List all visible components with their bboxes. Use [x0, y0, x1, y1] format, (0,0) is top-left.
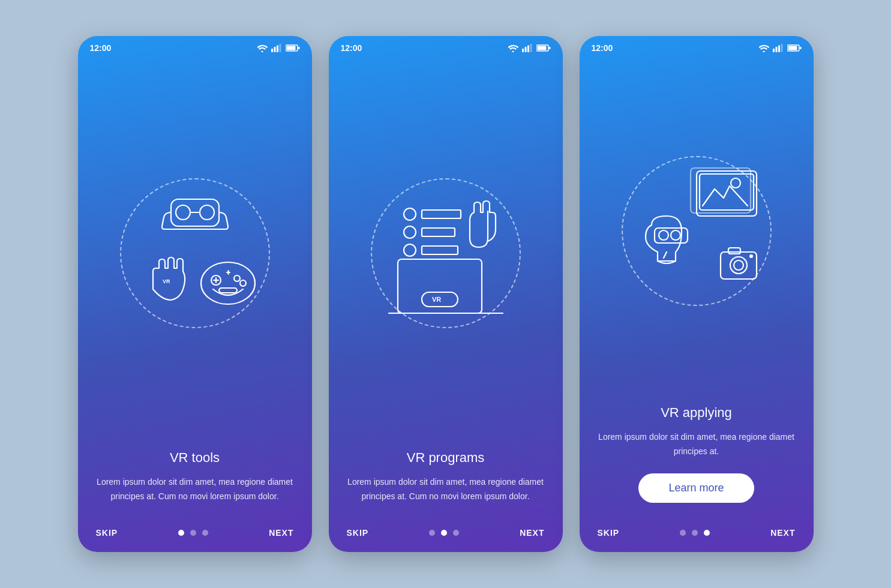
- phone-card-1: 12:00: [78, 36, 312, 552]
- skip-label-3[interactable]: SKIP: [598, 528, 620, 538]
- svg-point-33: [404, 226, 416, 238]
- svg-rect-21: [522, 49, 524, 52]
- svg-rect-36: [422, 228, 455, 236]
- time-2: 12:00: [341, 43, 362, 53]
- svg-point-16: [234, 275, 240, 281]
- dot-3-2[interactable]: [692, 530, 698, 536]
- svg-rect-55: [728, 248, 740, 254]
- screen-title-1: VR tools: [96, 450, 294, 466]
- status-icons-2: [508, 44, 551, 52]
- svg-rect-38: [773, 49, 775, 52]
- content-area-1: VR tools Lorem ipsum dolor sit dim amet,…: [78, 450, 312, 518]
- wifi-icon-2: [508, 44, 518, 52]
- svg-rect-45: [697, 171, 757, 216]
- svg-rect-24: [530, 44, 532, 52]
- skip-label-1[interactable]: SKIP: [96, 528, 118, 538]
- battery-icon: [286, 44, 300, 52]
- content-area-2: VR programs Lorem ipsum dolor sit dim am…: [329, 450, 563, 518]
- next-label-3[interactable]: NEXT: [770, 528, 795, 538]
- dot-1-1[interactable]: [178, 530, 184, 536]
- status-bar-3: 12:00: [580, 36, 814, 56]
- illustration-area-2: VR: [329, 56, 563, 450]
- svg-rect-40: [778, 46, 780, 53]
- svg-point-8: [176, 205, 190, 220]
- svg-rect-0: [271, 49, 273, 52]
- dot-3-3[interactable]: [704, 530, 710, 536]
- next-label-2[interactable]: NEXT: [520, 528, 544, 538]
- dot-2-3[interactable]: [453, 530, 459, 536]
- content-area-3: VR applying Lorem ipsum dolor sit dim am…: [580, 405, 814, 518]
- svg-text:VR: VR: [432, 296, 441, 303]
- svg-rect-26: [537, 46, 546, 50]
- svg-rect-1: [274, 47, 275, 52]
- battery-icon-3: [787, 44, 802, 52]
- svg-rect-37: [422, 246, 458, 254]
- svg-rect-22: [524, 47, 526, 52]
- signal-icon: [271, 44, 282, 52]
- svg-text:VR: VR: [163, 278, 170, 284]
- screen-body-1: Lorem ipsum dolor sit dim amet, mea regi…: [96, 475, 294, 504]
- svg-point-17: [240, 280, 246, 286]
- screen-title-2: VR programs: [347, 450, 545, 466]
- dashed-circle-2: VR: [371, 178, 521, 328]
- signal-icon-3: [773, 44, 784, 52]
- nav-bar-3: SKIP NEXT: [580, 518, 814, 552]
- time-3: 12:00: [592, 43, 613, 53]
- svg-rect-43: [788, 46, 797, 50]
- dashed-circle-1: VR: [120, 178, 270, 328]
- time-1: 12:00: [90, 43, 112, 53]
- svg-point-32: [404, 208, 416, 220]
- dots-3: [680, 530, 710, 536]
- dot-2-2[interactable]: [441, 530, 447, 536]
- dot-3-1[interactable]: [680, 530, 686, 536]
- svg-rect-20: [219, 288, 237, 293]
- svg-point-50: [659, 230, 668, 240]
- svg-rect-6: [298, 47, 300, 49]
- wifi-icon-3: [758, 44, 769, 52]
- svg-rect-44: [800, 47, 802, 49]
- vr-programs-illustration: VR: [374, 181, 518, 325]
- next-label-1[interactable]: NEXT: [269, 528, 293, 538]
- skip-label-2[interactable]: SKIP: [347, 528, 369, 538]
- battery-icon-2: [536, 44, 551, 52]
- dots-2: [429, 530, 459, 536]
- svg-rect-23: [527, 46, 529, 53]
- learn-more-button[interactable]: Learn more: [638, 473, 754, 503]
- svg-rect-2: [277, 46, 278, 53]
- svg-point-53: [730, 257, 747, 274]
- svg-point-51: [671, 230, 680, 240]
- svg-point-34: [404, 244, 416, 256]
- screen-body-2: Lorem ipsum dolor sit dim amet, mea regi…: [347, 475, 545, 504]
- svg-rect-27: [549, 47, 551, 49]
- dot-2-1[interactable]: [429, 530, 435, 536]
- screen-title-3: VR applying: [598, 405, 796, 421]
- svg-rect-35: [422, 210, 461, 218]
- dashed-circle-3: [622, 156, 772, 306]
- phone-card-3: 12:00: [580, 36, 814, 552]
- svg-rect-28: [398, 259, 482, 313]
- svg-point-12: [201, 262, 255, 304]
- svg-rect-41: [781, 44, 782, 52]
- signal-icon-2: [522, 44, 533, 52]
- svg-rect-3: [279, 44, 281, 52]
- svg-point-47: [731, 178, 740, 188]
- vr-applying-illustration: [625, 159, 769, 303]
- dots-1: [178, 530, 208, 536]
- svg-point-9: [200, 205, 214, 220]
- status-bar-1: 12:00: [78, 36, 312, 56]
- svg-point-54: [734, 260, 743, 270]
- wifi-icon: [257, 44, 268, 52]
- vr-tools-illustration: VR: [123, 181, 267, 325]
- svg-rect-5: [286, 46, 295, 50]
- status-icons-1: [257, 44, 300, 52]
- nav-bar-1: SKIP NEXT: [78, 518, 312, 552]
- status-icons-3: [758, 44, 802, 52]
- dot-1-2[interactable]: [190, 530, 196, 536]
- phone-card-2: 12:00: [329, 36, 563, 552]
- dot-1-3[interactable]: [202, 530, 208, 536]
- svg-rect-39: [775, 47, 777, 52]
- svg-point-56: [749, 254, 753, 258]
- illustration-area-3: [580, 56, 814, 405]
- status-bar-2: 12:00: [329, 36, 563, 56]
- illustration-area-1: VR: [78, 56, 312, 450]
